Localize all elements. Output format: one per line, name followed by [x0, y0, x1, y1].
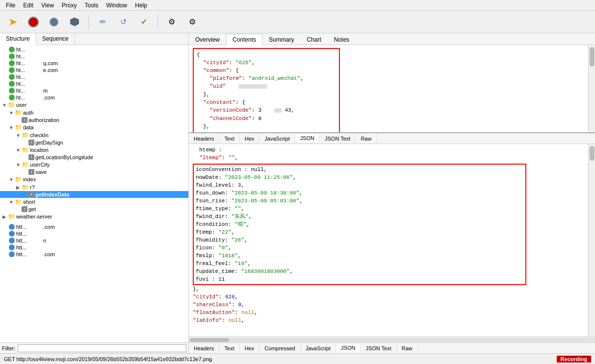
bottom-scrollbar[interactable]: [588, 144, 595, 337]
list-item[interactable]: ht... .com: [0, 94, 188, 101]
expander-icon[interactable]: ▼: [15, 147, 22, 153]
tree-node-getIndexData[interactable]: t getIndexData: [0, 191, 188, 198]
menu-view[interactable]: View: [37, 1, 58, 10]
expander-icon[interactable]: ▶: [1, 214, 8, 219]
toolbar-arrow-btn[interactable]: ➤: [4, 13, 22, 31]
menu-tools[interactable]: Tools: [81, 1, 103, 10]
bottom-h-scroll[interactable]: [189, 337, 595, 342]
expander-icon[interactable]: ▶: [15, 185, 22, 190]
list-item[interactable]: htt... .com: [0, 251, 188, 258]
subtab-raw[interactable]: Raw: [356, 135, 377, 143]
subtab-text[interactable]: Text: [220, 135, 240, 143]
tree-container[interactable]: ht... ht... ht... q.com ht... e.com: [0, 45, 188, 342]
toolbar-record-btn[interactable]: [25, 13, 42, 31]
menu-window[interactable]: Window: [103, 1, 131, 10]
tab-structure[interactable]: Structure: [0, 33, 36, 45]
bottom-subtab-javascript[interactable]: JavaScript: [301, 344, 336, 352]
toolbar-edit-btn[interactable]: ✏: [94, 13, 111, 31]
menu-proxy[interactable]: Proxy: [58, 1, 81, 10]
bottom-subtab-text[interactable]: Text: [220, 344, 240, 352]
expander-icon[interactable]: ▼: [8, 125, 15, 130]
toolbar-refresh-btn[interactable]: ↺: [114, 13, 132, 31]
badge-t-icon: t: [22, 117, 27, 123]
list-item[interactable]: htt...: [0, 244, 188, 251]
list-item[interactable]: htt...: [0, 230, 188, 237]
tree-node-userCity[interactable]: ▼ 📁 userCity: [0, 161, 188, 169]
tree-node-index[interactable]: ▼ 📁 index: [0, 175, 188, 183]
status-url: GET http://oss4liview.moji.com/2019/05/0…: [4, 356, 212, 362]
json-line: "uid" ████████████: [197, 82, 336, 91]
list-item[interactable]: ht...: [0, 53, 188, 60]
circle-blue-icon: [9, 231, 15, 237]
tree-node-get[interactable]: t get: [0, 206, 188, 213]
circle-green-icon: [9, 74, 15, 80]
list-item[interactable]: htt... .com: [0, 223, 188, 230]
expander-icon[interactable]: ▼: [15, 162, 22, 168]
menu-edit[interactable]: Edit: [19, 1, 37, 10]
tree-node-getLocationByLongitude[interactable]: t getLocationByLongitude: [0, 154, 188, 161]
bottom-content-area: htemp : "ltemp": "", iconConvention : nu…: [193, 146, 591, 324]
tab-chart[interactable]: Chart: [300, 34, 327, 45]
list-item[interactable]: ht... q.com: [0, 60, 188, 67]
folder-icon: 📁: [15, 109, 22, 116]
menu-help[interactable]: Help: [131, 1, 151, 10]
subtab-hex[interactable]: Hex: [240, 135, 260, 143]
expander-icon[interactable]: ▼: [15, 133, 22, 138]
tree-node-data[interactable]: ▼ 📁 data: [0, 123, 188, 131]
toolbar-settings2-btn[interactable]: ⚙: [183, 13, 201, 31]
tree-node-save[interactable]: t save: [0, 169, 188, 175]
tab-notes[interactable]: Notes: [328, 34, 356, 45]
top-content-area: { "cityId": "626", "common": { "platform…: [189, 45, 595, 133]
json-line: fmslp: "1018",: [196, 252, 523, 260]
toolbar-hex-btn[interactable]: [66, 13, 83, 31]
expander-icon[interactable]: ▼: [8, 110, 15, 116]
expander-icon[interactable]: ▼: [8, 177, 15, 182]
json-line: "cityId": "626",: [197, 59, 336, 67]
tree-node-getDaySign[interactable]: t getDaySign: [0, 139, 188, 146]
json-line: "floatButton": null,: [193, 309, 582, 316]
circle-green-icon: [9, 81, 15, 87]
tree-node-short[interactable]: ▼ 📁 short: [0, 198, 188, 206]
tree-node-checkIn[interactable]: ▼ 📁 checkIn: [0, 131, 188, 139]
toolbar-settings-btn[interactable]: ⚙: [163, 13, 181, 31]
subtab-javascript[interactable]: JavaScript: [259, 135, 295, 143]
bottom-subtab-hex[interactable]: Hex: [240, 344, 260, 352]
tab-overview[interactable]: Overview: [189, 34, 226, 45]
top-scrollbar[interactable]: [588, 45, 595, 132]
bottom-subtab-json-text[interactable]: JSON Text: [361, 344, 396, 352]
json-line: nowDate: "2023-05-09 11:25:06",: [196, 173, 523, 181]
expander-icon[interactable]: ▼: [1, 102, 8, 108]
list-item[interactable]: ht...: [0, 46, 188, 53]
list-item[interactable]: ht...: [0, 73, 188, 80]
tab-contents[interactable]: Contents: [226, 34, 262, 45]
tree-node-location[interactable]: ▼ 📁 location: [0, 146, 188, 154]
toolbar-check-btn[interactable]: ✔: [135, 13, 153, 31]
bottom-subtab-json[interactable]: JSON: [336, 344, 361, 352]
tree-node-weather-server[interactable]: ▶ 📁 weather-server: [0, 213, 188, 220]
list-item[interactable]: htt... n: [0, 237, 188, 244]
bottom-subtab-raw[interactable]: Raw: [397, 344, 418, 352]
bottom-subtab-compressed[interactable]: Compressed: [259, 344, 300, 352]
tree-node-auth[interactable]: ▼ 📁 auth: [0, 109, 188, 117]
bottom-content-scroll[interactable]: htemp : "ltemp": "", iconConvention : nu…: [189, 144, 595, 337]
subtab-json-text[interactable]: JSON Text: [320, 135, 356, 143]
recording-badge: Recording: [557, 356, 591, 363]
circle-green-icon: [9, 53, 15, 59]
tab-sequence[interactable]: Sequence: [36, 33, 75, 45]
list-item[interactable]: ht...: [0, 80, 188, 87]
badge-t-icon: t: [28, 192, 34, 197]
list-item[interactable]: ht... m: [0, 87, 188, 94]
right-panel: Overview Contents Summary Chart Notes { …: [189, 33, 595, 353]
expander-icon[interactable]: ▼: [8, 199, 15, 205]
filter-input[interactable]: [18, 344, 187, 352]
tree-node-user[interactable]: ▼ 📁 user: [0, 101, 188, 109]
subtab-headers[interactable]: Headers: [189, 135, 220, 143]
list-item[interactable]: ht... e.com: [0, 67, 188, 73]
bottom-subtab-headers[interactable]: Headers: [189, 344, 220, 352]
toolbar-stop-btn[interactable]: [45, 13, 63, 31]
subtab-json[interactable]: JSON: [295, 134, 320, 143]
menu-file[interactable]: File: [2, 1, 19, 10]
tree-node-r[interactable]: ▶ 📁 r?: [0, 183, 188, 191]
tree-node-authorization[interactable]: t authorization: [0, 117, 188, 123]
tab-summary[interactable]: Summary: [262, 34, 300, 45]
